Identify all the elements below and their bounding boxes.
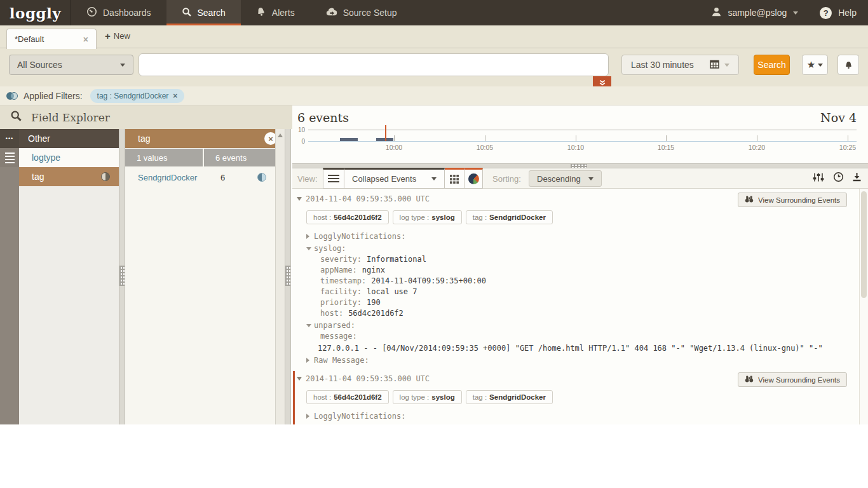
nav-item-dashboards[interactable]: Dashboards (71, 0, 166, 25)
tree-row[interactable]: LogglyNotifications: (306, 411, 859, 422)
nav-item-alerts[interactable]: Alerts (241, 0, 310, 25)
live-tail-button[interactable] (833, 172, 844, 182)
field-item-logtype[interactable]: logtype (19, 148, 119, 167)
remove-filter-icon[interactable]: × (173, 92, 177, 100)
tree-key: host: (320, 309, 343, 318)
panel-splitter[interactable] (119, 129, 125, 424)
tree-row[interactable]: LogglyNotifications: (306, 231, 859, 242)
current-time-marker (385, 125, 386, 141)
value-row: SendgridDocker 6 (125, 167, 275, 187)
tree-key: unparsed: (314, 321, 355, 330)
value-link[interactable]: SendgridDocker (138, 173, 197, 182)
value-filter-toggle-icon[interactable] (257, 173, 266, 182)
applied-filters-label: Applied Filters: (24, 91, 83, 101)
chevron-down-icon[interactable] (793, 11, 798, 15)
event-field-chip[interactable]: log type : syslog (393, 390, 462, 404)
scroll-up-icon[interactable] (278, 133, 283, 137)
sources-dropdown[interactable]: All Sources (9, 55, 133, 75)
charts-view-button[interactable] (465, 168, 483, 189)
values-scrollbar[interactable] (275, 129, 285, 424)
tree-row: timestamp:2014-11-04T09:59:35+00:00 (306, 276, 859, 287)
event-count-bar[interactable] (340, 138, 358, 141)
tab-bar: *Default × + New (0, 25, 868, 48)
tree-key: syslog: (314, 244, 346, 253)
sorting-dropdown[interactable]: Descending (529, 170, 602, 187)
splitter-grip[interactable] (119, 266, 125, 286)
tree-row: message: (306, 331, 859, 342)
tree-value: nginx (362, 266, 385, 274)
collapse-node-icon[interactable] (306, 247, 311, 250)
view-surrounding-events-button[interactable]: View Surrounding Events (738, 372, 847, 387)
splitter-grip[interactable] (571, 164, 587, 168)
help-icon[interactable]: ? (820, 7, 832, 19)
help-link[interactable]: Help (838, 8, 857, 18)
search-icon (182, 7, 192, 19)
tree-row[interactable]: syslog: (306, 243, 859, 254)
saved-searches-button[interactable]: ★ (802, 55, 828, 75)
tree-row: 127.0.0.1 - - [04/Nov/2014:09:59:35 +000… (306, 343, 859, 354)
tree-row: appName:nginx (306, 265, 859, 276)
search-input[interactable] (139, 53, 609, 76)
time-range-dropdown[interactable]: Last 30 minutes (621, 55, 739, 75)
value-count: 6 (220, 173, 225, 182)
event-field-chip[interactable]: host : 56d4c201d6f2 (306, 210, 389, 224)
list-view-button[interactable] (323, 168, 344, 189)
collapse-event-icon[interactable] (297, 197, 302, 201)
events-timeline-chart[interactable]: 6 events Nov 4 10 0 10:0010:0510:1010:15… (292, 105, 868, 163)
alert-from-search-button[interactable] (837, 55, 859, 75)
filter-chip[interactable]: tag : SendgridDocker × (90, 89, 185, 103)
tree-row[interactable]: Raw Message: (306, 355, 859, 366)
expand-node-icon[interactable] (306, 414, 309, 419)
event-view-dropdown[interactable]: Collapsed Events (344, 168, 445, 189)
tree-row[interactable]: unparsed: (306, 320, 859, 331)
field-item-tag[interactable]: tag (19, 167, 119, 186)
scrollbar-thumb[interactable] (861, 191, 867, 298)
expand-node-icon[interactable] (306, 358, 309, 363)
display-options-button[interactable] (812, 172, 825, 182)
tree-value: Informational (367, 255, 426, 264)
values-column-headers: 1 values 6 events (125, 148, 275, 167)
log-event[interactable]: 2014-11-04 09:59:35.000 UTCView Surround… (293, 191, 859, 371)
field-filter-toggle-icon[interactable] (101, 172, 110, 181)
tree-row: priority:190 (306, 297, 859, 308)
clock-icon (833, 172, 844, 182)
export-button[interactable] (852, 172, 862, 182)
collapse-event-icon[interactable] (297, 377, 302, 381)
chip-label: host : (313, 214, 331, 221)
tree-key: priority: (320, 298, 362, 307)
nav-item-source-setup[interactable]: Source Setup (310, 0, 412, 25)
x-tick (666, 135, 667, 141)
tab-default[interactable]: *Default × (6, 29, 97, 49)
x-tick (848, 135, 848, 141)
x-tick (576, 135, 576, 141)
event-timestamp: 2014-11-04 09:59:35.000 UTC (306, 194, 430, 203)
more-fields-button[interactable]: ••• (0, 129, 19, 148)
nav-item-search[interactable]: Search (166, 0, 241, 25)
search-button[interactable]: Search (754, 55, 790, 75)
event-field-chip[interactable]: log type : syslog (393, 210, 462, 224)
log-event[interactable]: 2014-11-04 09:59:35.000 UTCView Surround… (293, 371, 859, 424)
event-field-chip[interactable]: tag : SendgridDocker (466, 390, 553, 404)
field-list-view-button[interactable] (0, 148, 19, 167)
close-icon[interactable]: × (83, 34, 88, 44)
tree-value: 127.0.0.1 - - [04/Nov/2014:09:59:35 +000… (318, 344, 823, 353)
filter-chip-text: tag : SendgridDocker (97, 92, 169, 100)
tree-row: facility:local use 7 (306, 287, 859, 297)
binoculars-icon (745, 196, 754, 204)
collapse-node-icon[interactable] (306, 324, 311, 327)
new-tab-button[interactable]: + New (105, 30, 130, 41)
user-menu[interactable]: sample@pslog (728, 8, 787, 18)
events-scrollbar[interactable] (859, 189, 868, 424)
loggly-logo[interactable]: loggly (0, 0, 71, 25)
event-field-chip[interactable]: host : 56d4c201d6f2 (306, 390, 389, 404)
expand-node-icon[interactable] (306, 234, 309, 239)
view-label: View: (297, 174, 318, 184)
bell-icon (255, 6, 267, 20)
event-json-tree: LogglyNotifications:syslog:severity:Info… (306, 231, 859, 366)
event-field-chip[interactable]: tag : SendgridDocker (466, 210, 553, 224)
panel-splitter[interactable] (285, 129, 291, 424)
splitter-grip[interactable] (285, 266, 290, 286)
chip-label: host : (313, 393, 331, 401)
grid-view-button[interactable] (445, 168, 465, 189)
view-surrounding-events-button[interactable]: View Surrounding Events (738, 193, 847, 207)
